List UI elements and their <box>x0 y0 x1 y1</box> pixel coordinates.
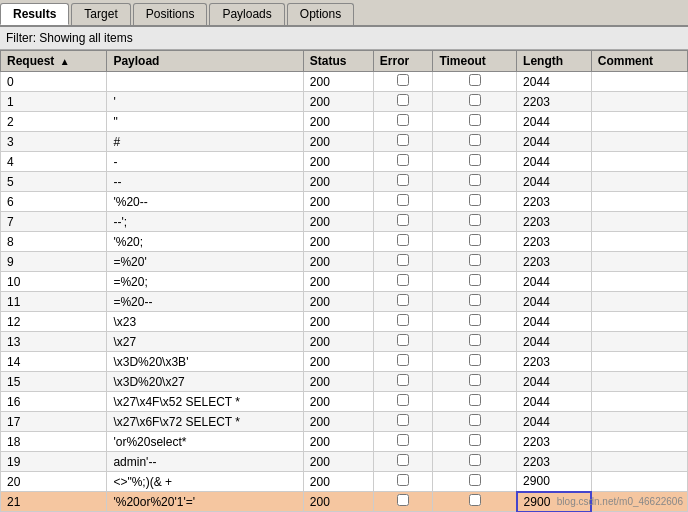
results-table: Request ▲ Payload Status Error Timeout L… <box>0 50 688 512</box>
cell-error[interactable] <box>373 432 433 452</box>
cell-request: 16 <box>1 392 107 412</box>
col-request[interactable]: Request ▲ <box>1 51 107 72</box>
cell-error[interactable] <box>373 72 433 92</box>
tab-target[interactable]: Target <box>71 3 130 25</box>
tab-payloads[interactable]: Payloads <box>209 3 284 25</box>
cell-error[interactable] <box>373 232 433 252</box>
cell-error[interactable] <box>373 292 433 312</box>
col-comment[interactable]: Comment <box>591 51 687 72</box>
cell-comment <box>591 252 687 272</box>
cell-status: 200 <box>303 72 373 92</box>
cell-timeout[interactable] <box>433 472 517 492</box>
cell-comment <box>591 212 687 232</box>
table-row: 10=%20;2002044 <box>1 272 688 292</box>
cell-timeout[interactable] <box>433 492 517 512</box>
cell-error[interactable] <box>373 172 433 192</box>
cell-error[interactable] <box>373 492 433 512</box>
cell-timeout[interactable] <box>433 192 517 212</box>
cell-error[interactable] <box>373 392 433 412</box>
cell-timeout[interactable] <box>433 352 517 372</box>
col-length[interactable]: Length <box>517 51 592 72</box>
cell-timeout[interactable] <box>433 392 517 412</box>
table-row: 21'%20or%20'1'='2002900 <box>1 492 688 512</box>
cell-request: 17 <box>1 412 107 432</box>
cell-status: 200 <box>303 472 373 492</box>
cell-length: 2203 <box>517 432 592 452</box>
cell-comment <box>591 492 687 512</box>
cell-timeout[interactable] <box>433 152 517 172</box>
cell-timeout[interactable] <box>433 112 517 132</box>
cell-error[interactable] <box>373 212 433 232</box>
col-timeout[interactable]: Timeout <box>433 51 517 72</box>
cell-payload: =%20; <box>107 272 303 292</box>
cell-timeout[interactable] <box>433 332 517 352</box>
cell-payload: \x27\x4F\x52 SELECT * <box>107 392 303 412</box>
table-row: 17\x27\x6F\x72 SELECT *2002044 <box>1 412 688 432</box>
cell-payload: admin'-- <box>107 452 303 472</box>
cell-timeout[interactable] <box>433 432 517 452</box>
cell-timeout[interactable] <box>433 132 517 152</box>
cell-length: 2044 <box>517 272 592 292</box>
cell-error[interactable] <box>373 92 433 112</box>
cell-request: 18 <box>1 432 107 452</box>
cell-timeout[interactable] <box>433 412 517 432</box>
cell-payload: =%20-- <box>107 292 303 312</box>
cell-status: 200 <box>303 332 373 352</box>
cell-timeout[interactable] <box>433 72 517 92</box>
cell-error[interactable] <box>373 272 433 292</box>
cell-payload: 'or%20select* <box>107 432 303 452</box>
cell-error[interactable] <box>373 132 433 152</box>
table-row: 2"2002044 <box>1 112 688 132</box>
cell-request: 15 <box>1 372 107 392</box>
cell-timeout[interactable] <box>433 452 517 472</box>
cell-comment <box>591 312 687 332</box>
cell-comment <box>591 452 687 472</box>
cell-request: 20 <box>1 472 107 492</box>
cell-timeout[interactable] <box>433 172 517 192</box>
table-row: 5--2002044 <box>1 172 688 192</box>
tab-results[interactable]: Results <box>0 3 69 25</box>
col-status[interactable]: Status <box>303 51 373 72</box>
cell-status: 200 <box>303 192 373 212</box>
cell-error[interactable] <box>373 372 433 392</box>
cell-error[interactable] <box>373 152 433 172</box>
cell-timeout[interactable] <box>433 212 517 232</box>
cell-error[interactable] <box>373 472 433 492</box>
cell-request: 19 <box>1 452 107 472</box>
col-payload[interactable]: Payload <box>107 51 303 72</box>
cell-error[interactable] <box>373 352 433 372</box>
cell-payload: \x3D%20\x27 <box>107 372 303 392</box>
cell-error[interactable] <box>373 252 433 272</box>
cell-request: 9 <box>1 252 107 272</box>
cell-request: 21 <box>1 492 107 512</box>
col-error[interactable]: Error <box>373 51 433 72</box>
cell-error[interactable] <box>373 412 433 432</box>
table-row: 13\x272002044 <box>1 332 688 352</box>
cell-timeout[interactable] <box>433 92 517 112</box>
cell-length: 2203 <box>517 92 592 112</box>
tab-positions[interactable]: Positions <box>133 3 208 25</box>
cell-payload: \x27 <box>107 332 303 352</box>
cell-payload: # <box>107 132 303 152</box>
cell-timeout[interactable] <box>433 252 517 272</box>
cell-error[interactable] <box>373 332 433 352</box>
table-row: 14\x3D%20\x3B'2002203 <box>1 352 688 372</box>
cell-comment <box>591 272 687 292</box>
cell-length: 2044 <box>517 172 592 192</box>
cell-status: 200 <box>303 312 373 332</box>
cell-error[interactable] <box>373 112 433 132</box>
cell-payload: =%20' <box>107 252 303 272</box>
cell-timeout[interactable] <box>433 272 517 292</box>
cell-timeout[interactable] <box>433 292 517 312</box>
table-row: 8'%20;2002203 <box>1 232 688 252</box>
cell-length: 2044 <box>517 72 592 92</box>
cell-length: 2203 <box>517 232 592 252</box>
cell-error[interactable] <box>373 452 433 472</box>
tab-options[interactable]: Options <box>287 3 354 25</box>
cell-error[interactable] <box>373 192 433 212</box>
cell-timeout[interactable] <box>433 232 517 252</box>
cell-request: 0 <box>1 72 107 92</box>
cell-timeout[interactable] <box>433 372 517 392</box>
cell-error[interactable] <box>373 312 433 332</box>
cell-timeout[interactable] <box>433 312 517 332</box>
